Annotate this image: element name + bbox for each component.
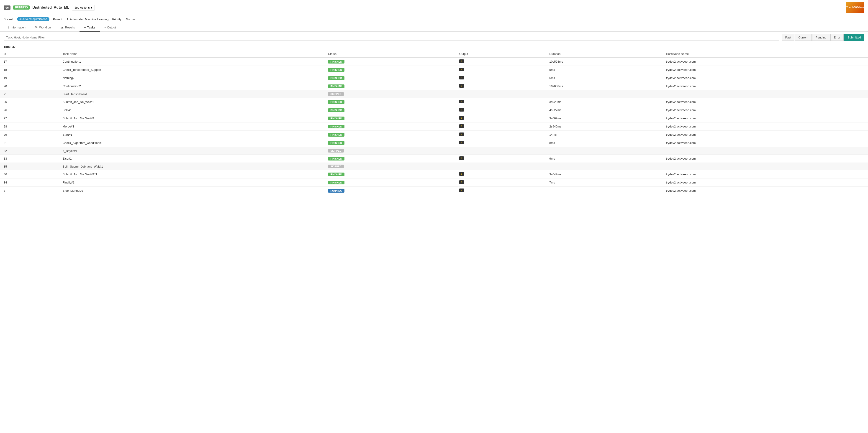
cell-id: 18 (0, 66, 59, 74)
cell-id: 33 (0, 155, 59, 163)
cell-host: trydev2.activeeon.com (662, 82, 868, 90)
cell-host (662, 147, 868, 155)
cell-task-name: Check_Algorithm_Condition#1 (59, 139, 324, 147)
table-row[interactable]: 31 Check_Algorithm_Condition#1 FINISHED … (0, 139, 868, 147)
table-header-row: Id Task Name Status Output Duration Host… (0, 50, 868, 58)
cell-duration: 7ms (546, 178, 662, 187)
output-icon[interactable] (459, 180, 464, 184)
cell-duration (546, 147, 662, 155)
cell-duration: 5ms (546, 66, 662, 74)
cell-output (456, 147, 546, 155)
job-actions-button[interactable]: Job Actions ▾ (72, 5, 95, 10)
cell-status: SKIPPED (324, 90, 456, 98)
cell-task-name: Continuation2 (59, 82, 324, 90)
cell-host: trydev2.activeeon.com (662, 66, 868, 74)
workflow-icon: 👁 (35, 26, 38, 29)
table-row[interactable]: 32 If_Bayes#1 SKIPPED (0, 147, 868, 155)
output-icon[interactable] (459, 189, 464, 192)
output-icon[interactable] (459, 68, 464, 71)
table-row[interactable]: 34 Finally#1 FINISHED 7ms trydev2.active… (0, 178, 868, 187)
cell-status: FINISHED (324, 66, 456, 74)
cell-id: 17 (0, 58, 59, 66)
cell-task-name: Split_Submit_Job_and_Wait#1 (59, 163, 324, 170)
tab-workflow[interactable]: 👁 Workflow (30, 23, 56, 32)
output-icon[interactable] (459, 59, 464, 63)
cell-status: FINISHED (324, 123, 456, 131)
cell-task-name: Start#1 (59, 131, 324, 139)
tab-results-label: Results (65, 26, 75, 29)
cell-duration (546, 90, 662, 98)
filter-past-button[interactable]: Past (782, 34, 795, 41)
cell-task-name: Split#1 (59, 106, 324, 114)
cell-status: FINISHED (324, 58, 456, 66)
cell-id: 32 (0, 147, 59, 155)
output-icon[interactable] (459, 157, 464, 160)
cell-host: trydev2.activeeon.com (662, 106, 868, 114)
table-row[interactable]: 28 Merge#1 FINISHED 2s940ms trydev2.acti… (0, 123, 868, 131)
cell-status: FINISHED (324, 139, 456, 147)
priority-label: Priority: (112, 18, 122, 21)
table-row[interactable]: 36 Submit_Job_No_Wait#1*1 FINISHED 3s047… (0, 170, 868, 178)
cell-host: trydev2.activeeon.com (662, 98, 868, 106)
table-row[interactable]: 21 Start_Tensorboard SKIPPED (0, 90, 868, 98)
tab-results[interactable]: ☁ Results (56, 23, 79, 32)
table-row[interactable]: 33 Else#1 FINISHED 9ms trydev2.activeeon… (0, 155, 868, 163)
table-row[interactable]: 18 Check_Tensorboard_Support FINISHED 5m… (0, 66, 868, 74)
cell-duration: 4s527ms (546, 106, 662, 114)
table-row[interactable]: 35 Split_Submit_Job_and_Wait#1 SKIPPED (0, 163, 868, 170)
tab-output[interactable]: ▪ Output (100, 23, 121, 32)
filter-input[interactable] (4, 34, 779, 41)
cell-id: 31 (0, 139, 59, 147)
cell-output (456, 66, 546, 74)
table-row[interactable]: 8 Stop_MongoDB RUNNING trydev2.activeeon… (0, 187, 868, 195)
cell-id: 28 (0, 123, 59, 131)
cell-status: FINISHED (324, 155, 456, 163)
status-badge: FINISHED (328, 116, 344, 120)
table-row[interactable]: 17 Continuation1 FINISHED 10s598ms tryde… (0, 58, 868, 66)
output-icon[interactable] (459, 172, 464, 176)
filter-error-button[interactable]: Error (830, 34, 844, 41)
status-badge: RUNNING (328, 189, 344, 193)
output-icon[interactable] (459, 84, 464, 88)
output-icon[interactable] (459, 108, 464, 111)
running-status-badge: RUNNING (13, 5, 30, 9)
status-badge: FINISHED (328, 181, 344, 185)
filter-submitted-button[interactable]: Submitted (844, 34, 864, 41)
cell-status: SKIPPED (324, 147, 456, 155)
table-row[interactable]: 25 Submit_Job_No_Wait*1 FINISHED 3s028ms… (0, 98, 868, 106)
cell-id: 35 (0, 163, 59, 170)
status-badge: FINISHED (328, 68, 344, 72)
cell-duration: 3s062ms (546, 114, 662, 123)
cell-status: FINISHED (324, 170, 456, 178)
output-icon[interactable] (459, 141, 464, 144)
results-icon: ☁ (60, 26, 64, 29)
cell-id: 20 (0, 82, 59, 90)
output-icon[interactable] (459, 116, 464, 120)
tab-information[interactable]: ℹ Information (4, 23, 30, 32)
cell-id: 27 (0, 114, 59, 123)
cell-duration: 9ms (546, 155, 662, 163)
cell-task-name: Submit_Job_No_Wait#1 (59, 114, 324, 123)
cell-id: 21 (0, 90, 59, 98)
cell-output (456, 139, 546, 147)
meta-row: Bucket: ai-auto-ml-optimization Project:… (0, 15, 868, 23)
output-icon[interactable] (459, 124, 464, 128)
cell-task-name: Submit_Job_No_Wait#1*1 (59, 170, 324, 178)
cell-task-name: Nothing2 (59, 74, 324, 82)
output-icon: ▪ (104, 26, 106, 29)
table-row[interactable]: 26 Split#1 FINISHED 4s527ms trydev2.acti… (0, 106, 868, 114)
table-row[interactable]: 27 Submit_Job_No_Wait#1 FINISHED 3s062ms… (0, 114, 868, 123)
output-icon[interactable] (459, 76, 464, 79)
filter-current-button[interactable]: Current (795, 34, 811, 41)
cell-status: FINISHED (324, 98, 456, 106)
filter-pending-button[interactable]: Pending (812, 34, 830, 41)
cell-duration: 8ms (546, 139, 662, 147)
table-row[interactable]: 19 Nothing2 FINISHED 6ms trydev2.activee… (0, 74, 868, 82)
cell-output (456, 170, 546, 178)
output-icon[interactable] (459, 133, 464, 136)
table-row[interactable]: 29 Start#1 FINISHED 14ms trydev2.activee… (0, 131, 868, 139)
filter-bar: Past Current Pending Error Submitted (0, 32, 868, 43)
tab-tasks[interactable]: ≡ Tasks (80, 23, 100, 32)
output-icon[interactable] (459, 100, 464, 103)
table-row[interactable]: 20 Continuation2 FINISHED 10s008ms tryde… (0, 82, 868, 90)
